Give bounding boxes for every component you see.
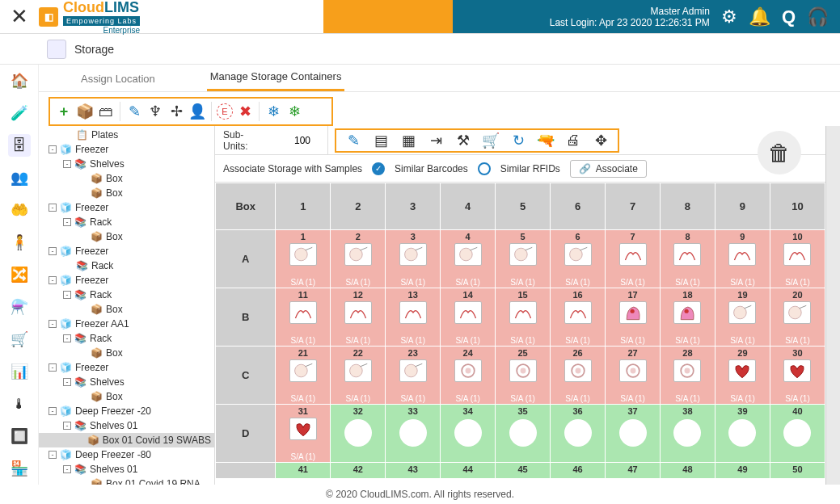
- e-circle-icon[interactable]: E: [217, 103, 233, 120]
- tree-toggle-icon[interactable]: -: [49, 276, 57, 284]
- flask-icon[interactable]: ⚗️: [8, 296, 31, 318]
- kiosk-icon[interactable]: 🏪: [8, 457, 31, 480]
- grid-cell[interactable]: 7S/A (1): [606, 230, 661, 288]
- cart2-icon[interactable]: 🛒: [482, 132, 500, 149]
- tree-node[interactable]: -📚Shelves: [39, 375, 214, 389]
- tree-toggle-icon[interactable]: -: [49, 363, 57, 372]
- tree-node[interactable]: -📚Shelves 01: [39, 462, 214, 477]
- grid-cell[interactable]: 35: [496, 405, 551, 463]
- subjects-icon[interactable]: 👥: [8, 166, 31, 189]
- move-icon[interactable]: ✥: [592, 132, 610, 149]
- grid-cell[interactable]: 48: [661, 463, 715, 479]
- grid-cell[interactable]: 6S/A (1): [551, 230, 606, 288]
- bell-icon[interactable]: 🔔: [749, 6, 770, 27]
- associate-button[interactable]: 🔗 Associate: [570, 160, 647, 178]
- grid-cell[interactable]: 32: [331, 405, 386, 463]
- grid-cell[interactable]: 18S/A (1): [661, 288, 715, 346]
- tree-node[interactable]: -📚Rack: [39, 331, 214, 346]
- tree-toggle-icon[interactable]: -: [49, 204, 57, 212]
- tree-node[interactable]: -🧊Freezer: [39, 360, 214, 375]
- sliders-icon[interactable]: ⚒: [454, 132, 472, 149]
- grid-cell[interactable]: 15S/A (1): [496, 288, 551, 346]
- tree-toggle-icon[interactable]: -: [49, 407, 57, 415]
- hierarchy-icon[interactable]: ♆: [146, 103, 164, 120]
- boxes-icon[interactable]: 🗃: [97, 103, 115, 120]
- box3d-icon[interactable]: 📦: [76, 103, 94, 120]
- home-icon[interactable]: 🏠: [8, 69, 31, 92]
- grid-cell[interactable]: 23S/A (1): [386, 346, 441, 405]
- tree-node[interactable]: 📦Box: [39, 229, 214, 244]
- grid-cell[interactable]: 42: [331, 463, 386, 479]
- grid-cell[interactable]: 39: [715, 405, 770, 463]
- tree-toggle-icon[interactable]: -: [63, 160, 71, 168]
- tree-node[interactable]: -📚Rack: [39, 215, 214, 229]
- scan-icon[interactable]: 🔫: [537, 132, 555, 149]
- tree-toggle-icon[interactable]: -: [63, 465, 71, 473]
- delete-icon[interactable]: ✖: [236, 103, 254, 120]
- headset-icon[interactable]: 🎧: [807, 6, 829, 27]
- grid-cell[interactable]: 11S/A (1): [276, 288, 331, 346]
- grid-cell[interactable]: 28S/A (1): [661, 346, 715, 405]
- tree-node[interactable]: -📚Shelves 01: [39, 418, 214, 433]
- tree-toggle-icon[interactable]: -: [49, 320, 57, 328]
- hand-icon[interactable]: 🤲: [8, 199, 31, 221]
- grid-cell[interactable]: 1S/A (1): [276, 230, 331, 288]
- grid-cell[interactable]: 31S/A (1): [276, 405, 331, 463]
- export-icon[interactable]: ⇥: [427, 132, 445, 149]
- freeze-icon[interactable]: ❄: [264, 103, 282, 120]
- grid-cell[interactable]: 40: [770, 405, 825, 463]
- plate-icon[interactable]: 🔲: [8, 425, 31, 447]
- user-lock-icon[interactable]: 👤: [188, 103, 206, 120]
- gear-icon[interactable]: ⚙: [721, 6, 737, 27]
- close-icon[interactable]: ✕: [0, 4, 39, 29]
- grid-cell[interactable]: 43: [386, 463, 441, 479]
- add-icon[interactable]: +: [55, 103, 73, 120]
- grid-cell[interactable]: 46: [551, 463, 606, 479]
- tree-node[interactable]: 📋Plates: [39, 128, 214, 142]
- tree-node[interactable]: -🧊Deep Freezer -20: [39, 404, 214, 418]
- storage-icon[interactable]: 🗄: [8, 134, 31, 157]
- tree-node[interactable]: -🧊Freezer: [39, 244, 214, 258]
- grid-cell[interactable]: 17S/A (1): [606, 288, 661, 346]
- grid-cell[interactable]: 24S/A (1): [441, 346, 496, 405]
- tree-toggle-icon[interactable]: -: [63, 422, 71, 430]
- tree-node[interactable]: -📚Rack: [39, 288, 214, 302]
- grid-cell[interactable]: 19S/A (1): [715, 288, 770, 346]
- grid-cell[interactable]: 49: [715, 463, 770, 479]
- tree-node[interactable]: 📦Box: [39, 171, 214, 186]
- brand-logo[interactable]: ◧ CloudLIMS Empowering Labs Enterprise: [39, 0, 140, 35]
- tree-node[interactable]: -🧊Freezer: [39, 273, 214, 288]
- tab-assign-location[interactable]: Assign Location: [78, 66, 158, 91]
- refresh-icon[interactable]: ↻: [509, 132, 527, 149]
- grid-cell[interactable]: 9S/A (1): [715, 230, 770, 288]
- grid-cell[interactable]: 33: [386, 405, 441, 463]
- grid-cell[interactable]: 50: [770, 463, 825, 479]
- tree-node[interactable]: 📚Rack: [39, 258, 214, 273]
- tree-toggle-icon[interactable]: -: [63, 378, 71, 386]
- tree-node[interactable]: -🧊Deep Freezer -80: [39, 447, 214, 462]
- tree-node[interactable]: 📦Box: [39, 389, 214, 404]
- freeze2-icon[interactable]: ❄: [285, 103, 303, 120]
- tree-toggle-icon[interactable]: -: [63, 291, 71, 299]
- tree-node[interactable]: -🧊Freezer: [39, 142, 214, 157]
- grid-cell[interactable]: 10S/A (1): [770, 230, 825, 288]
- grid-cell[interactable]: 26S/A (1): [551, 346, 606, 405]
- merge-icon[interactable]: ✢: [167, 103, 185, 120]
- tab-manage-containers[interactable]: Manage Storage Containers: [207, 64, 345, 91]
- grid-cell[interactable]: 47: [606, 463, 661, 479]
- people-icon[interactable]: 🧍: [8, 231, 31, 254]
- dashboard-icon[interactable]: 📊: [8, 360, 31, 383]
- tubes-icon[interactable]: 🧪: [8, 102, 31, 124]
- tree-toggle-icon[interactable]: -: [49, 145, 57, 153]
- tree-toggle-icon[interactable]: -: [49, 451, 57, 459]
- grid-cell[interactable]: 27S/A (1): [606, 346, 661, 405]
- tree-node[interactable]: -🧊Freezer AA1: [39, 317, 214, 331]
- grid-cell[interactable]: 14S/A (1): [441, 288, 496, 346]
- tree-node[interactable]: 📦Box: [39, 346, 214, 360]
- vertical-scrollbar[interactable]: [825, 126, 840, 485]
- edit-icon[interactable]: ✎: [125, 103, 143, 120]
- tree-node[interactable]: 📦Box 01 Covid 19 SWABS: [39, 433, 214, 447]
- search-icon[interactable]: Q: [782, 6, 796, 27]
- tree-node[interactable]: 📦Box: [39, 302, 214, 317]
- trash-dropzone[interactable]: 🗑: [758, 131, 801, 174]
